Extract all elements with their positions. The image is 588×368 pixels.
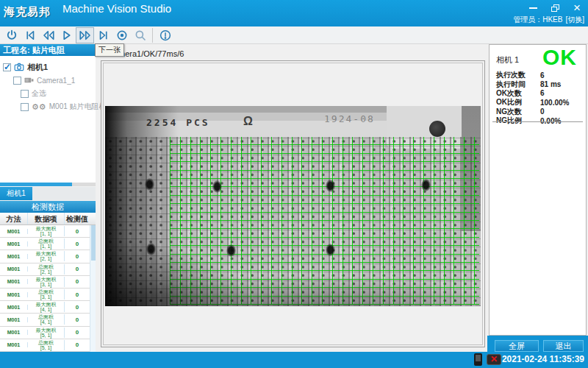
play-button[interactable] xyxy=(57,27,76,43)
cell-value: 0 xyxy=(65,228,90,235)
menu-item[interactable] xyxy=(90,15,93,26)
app-title: Machine Vision Studio xyxy=(62,2,171,15)
cell-data-item: 最大面积[3, 1] xyxy=(28,277,65,287)
cell-value: 0 xyxy=(65,342,90,348)
table-row[interactable]: M001 最大面积[5, 1] 0 xyxy=(0,327,90,339)
tooltip-next-image: 下一张 xyxy=(95,43,124,57)
detection-data-header: 检测数据 xyxy=(0,201,96,213)
app-logo: 海克易邦 xyxy=(4,5,51,19)
menu-item[interactable] xyxy=(51,15,54,26)
scrollbar-thumb[interactable] xyxy=(0,183,72,186)
table-body: M001 最大面积[1, 1] 0 M001 总面积[1, 1] 0 M001 … xyxy=(0,225,90,352)
stat-row: 执行次数 6 xyxy=(496,71,581,79)
project-name-header: 工程名: 贴片电阻 xyxy=(0,44,96,56)
window-controls: × xyxy=(526,2,584,14)
device-camera-icon xyxy=(24,77,34,84)
tree-item-m001[interactable]: ⚙⚙ M001 贴片电阻检测 xyxy=(3,100,96,113)
cell-data-item: 最大面积[5, 1] xyxy=(28,328,65,338)
cell-value: 0 xyxy=(65,329,90,336)
checkbox[interactable] xyxy=(13,77,21,85)
camera-icon xyxy=(14,63,24,71)
zoom-button[interactable] xyxy=(131,27,149,43)
skip-forward-button[interactable] xyxy=(94,27,112,43)
info-icon xyxy=(159,29,172,42)
cell-method: M001 xyxy=(0,330,28,335)
menu-item[interactable] xyxy=(109,15,112,26)
scrollbar-thumb[interactable] xyxy=(91,225,96,261)
stat-value: 100.00% xyxy=(540,99,569,107)
skip-back-button[interactable] xyxy=(21,27,39,43)
cell-data-item: 总面积[2, 1] xyxy=(28,264,65,275)
next-image-button[interactable] xyxy=(76,27,94,43)
tree-item-select-all[interactable]: 全选 xyxy=(3,87,96,100)
cell-method: M001 xyxy=(0,254,28,259)
checkbox-checked[interactable] xyxy=(3,63,11,71)
table-row[interactable]: M001 总面积[3, 1] 0 xyxy=(0,289,90,301)
cell-data-item: 总面积[3, 1] xyxy=(28,289,65,300)
table-row[interactable]: M001 最大面积[3, 1] 0 xyxy=(0,276,90,289)
tree-item-camera1[interactable]: 相机1 xyxy=(3,60,96,74)
record-button[interactable] xyxy=(112,27,131,43)
title-bar: 海克易邦 Machine Vision Studio × 管理员：HKEB[切换… xyxy=(0,0,588,26)
table-row[interactable]: M001 总面积[5, 1] 0 xyxy=(0,339,90,352)
menu-bar xyxy=(51,15,226,26)
stat-row: 执行时间 81 ms xyxy=(496,79,581,88)
machine-vision-studio-window: 海克易邦 Machine Vision Studio × 管理员：HKEB[切换… xyxy=(0,0,588,368)
close-button[interactable]: × xyxy=(570,2,584,14)
stat-value: 81 ms xyxy=(540,80,561,88)
table-row[interactable]: M001 总面积[4, 1] 0 xyxy=(0,314,90,326)
column-value: 检测值 xyxy=(65,213,90,224)
tree-item-camera1-1[interactable]: Camera1_1 xyxy=(3,74,96,87)
minimize-icon xyxy=(529,7,537,9)
skip-forward-icon xyxy=(97,29,110,42)
table-row[interactable]: M001 最大面积[1, 1] 0 xyxy=(0,225,90,238)
checkbox[interactable] xyxy=(21,103,29,111)
menu-item[interactable] xyxy=(204,15,207,26)
table-row[interactable]: M001 总面积[1, 1] 0 xyxy=(0,238,90,250)
cell-method: M001 xyxy=(0,266,28,272)
image-viewer[interactable]: 2254 PCS Ω 1924-08 xyxy=(101,60,485,347)
stat-row: NG次数 0 xyxy=(496,107,581,116)
cell-data-item: 总面积[4, 1] xyxy=(28,314,65,325)
cell-value: 0 xyxy=(65,291,90,298)
stat-row: OK比例 100.00% xyxy=(496,98,581,107)
table-row[interactable]: M001 最大面积[4, 1] 0 xyxy=(0,301,90,314)
tree-item-label: Camera1_1 xyxy=(37,77,75,85)
menu-item[interactable] xyxy=(223,15,226,26)
menu-item[interactable] xyxy=(185,15,188,26)
table-row[interactable]: M001 总面积[2, 1] 0 xyxy=(0,263,90,276)
menu-item[interactable] xyxy=(71,15,74,26)
cell-method: M001 xyxy=(0,305,28,310)
column-method: 方法 xyxy=(0,213,28,224)
table-row[interactable]: M001 最大面积[2, 1] 0 xyxy=(0,250,90,263)
column-data-item: 数据项 xyxy=(28,213,65,224)
info-button[interactable] xyxy=(156,27,174,43)
rewind-button[interactable] xyxy=(39,27,57,43)
skip-back-icon xyxy=(24,29,37,42)
menu-item[interactable] xyxy=(166,15,169,26)
zoom-icon xyxy=(134,29,147,42)
checkbox[interactable] xyxy=(21,90,29,98)
menu-item[interactable] xyxy=(128,15,131,26)
restore-button[interactable] xyxy=(548,2,562,14)
menu-item[interactable] xyxy=(147,15,150,26)
stat-row: OK次数 6 xyxy=(496,89,581,98)
cell-method: M001 xyxy=(0,317,28,322)
error-status-icon[interactable]: ✕ xyxy=(487,354,501,365)
exit-button[interactable]: 退出 xyxy=(543,340,584,352)
cell-method: M001 xyxy=(0,292,28,297)
tab-camera1[interactable]: 相机1 xyxy=(0,187,32,200)
device-status-icon[interactable] xyxy=(474,353,482,366)
detection-data-table: 方法 数据项 检测值 M001 最大面积[1, 1] 0 M001 总面积[1,… xyxy=(0,213,96,352)
horizontal-scrollbar[interactable] xyxy=(0,183,96,186)
cell-data-item: 最大面积[2, 1] xyxy=(28,251,65,261)
power-button[interactable] xyxy=(2,27,21,43)
cell-data-item: 最大面积[1, 1] xyxy=(28,226,65,236)
fullscreen-button[interactable]: 全屏 xyxy=(495,340,539,352)
cell-data-item: 最大面积[4, 1] xyxy=(28,302,65,312)
switch-user-link[interactable]: [切换] xyxy=(565,15,584,24)
cell-value: 0 xyxy=(65,241,90,247)
minimize-button[interactable] xyxy=(526,2,539,14)
table-scrollbar[interactable] xyxy=(90,225,96,352)
cell-method: M001 xyxy=(0,241,28,247)
